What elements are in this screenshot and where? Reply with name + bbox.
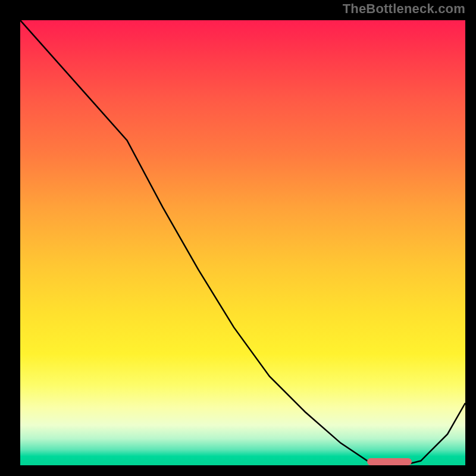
bottleneck-curve xyxy=(20,20,465,465)
attribution-text: TheBottleneck.com xyxy=(343,1,465,17)
optimal-range-marker xyxy=(367,458,412,465)
curve-path xyxy=(20,20,465,465)
chart-frame: TheBottleneck.com xyxy=(0,0,476,476)
plot-area xyxy=(20,20,465,465)
